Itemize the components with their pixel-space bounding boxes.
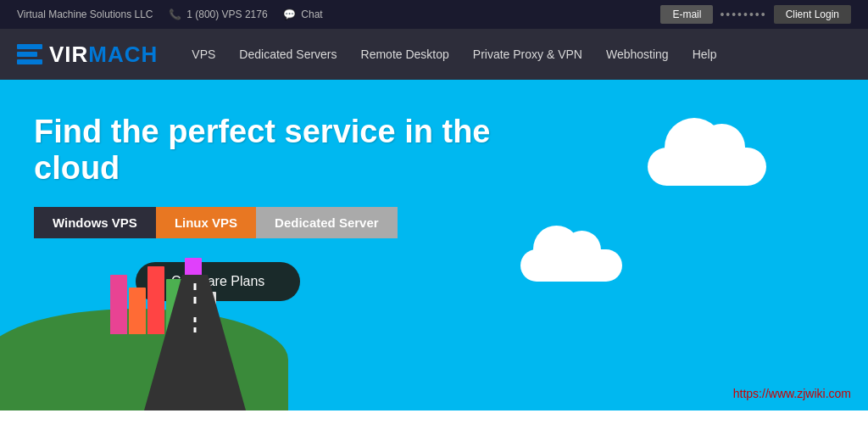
phone-number: 1 (800) VPS 2176: [169, 8, 268, 20]
nav-link-help[interactable]: Help: [693, 47, 717, 61]
top-bar-left: Virtual Machine Solutions LLC 1 (800) VP…: [17, 8, 323, 20]
logo-bar-1: [17, 44, 42, 49]
chat-link[interactable]: Chat: [283, 8, 323, 20]
client-login-button[interactable]: Client Login: [774, 5, 851, 24]
nav-link-proxy[interactable]: Private Proxy & VPN: [473, 47, 582, 61]
hero-title: Find the perfect service in the cloud: [34, 114, 559, 187]
nav-item-proxy[interactable]: Private Proxy & VPN: [473, 47, 582, 62]
phone-icon: [169, 8, 181, 20]
nav-item-help[interactable]: Help: [693, 47, 717, 62]
cloud-1: [648, 148, 766, 186]
hero-section: Find the perfect service in the cloud Wi…: [0, 80, 868, 410]
nav-link-remote[interactable]: Remote Desktop: [361, 47, 449, 61]
nav-link-vps[interactable]: VPS: [192, 47, 215, 61]
dots-separator: ••••••••: [720, 8, 766, 21]
building-1: [110, 275, 127, 334]
company-name: Virtual Machine Solutions LLC: [17, 8, 153, 20]
logo-bar-2: [17, 52, 37, 57]
windows-vps-tab[interactable]: Windows VPS: [34, 207, 156, 238]
top-bar: Virtual Machine Solutions LLC 1 (800) VP…: [0, 0, 868, 29]
top-bar-right: E-mail •••••••• Client Login: [660, 5, 851, 24]
nav-link-dedicated[interactable]: Dedicated Servers: [239, 47, 337, 61]
dedicated-server-tab[interactable]: Dedicated Server: [256, 207, 398, 238]
email-button[interactable]: E-mail: [660, 5, 713, 24]
nav-link-webhosting[interactable]: Webhosting: [606, 47, 669, 61]
logo-bar-3: [17, 59, 42, 64]
nav-item-dedicated[interactable]: Dedicated Servers: [239, 47, 337, 62]
nav-links: VPS Dedicated Servers Remote Desktop Pri…: [192, 47, 716, 62]
nav-item-vps[interactable]: VPS: [192, 47, 215, 62]
tab-buttons: Windows VPS Linux VPS Dedicated Server: [34, 207, 834, 238]
road-svg: [144, 275, 246, 410]
nav-item-webhosting[interactable]: Webhosting: [606, 47, 669, 62]
chat-icon: [283, 8, 296, 20]
nav-item-remote[interactable]: Remote Desktop: [361, 47, 449, 62]
watermark: https://www.zjwiki.com: [733, 387, 851, 400]
navbar: VIRMACH VPS Dedicated Servers Remote Des…: [0, 29, 868, 80]
linux-vps-tab[interactable]: Linux VPS: [156, 207, 256, 238]
logo-icon: [17, 44, 42, 64]
cloud-2: [520, 249, 622, 282]
logo[interactable]: VIRMACH: [17, 42, 158, 68]
logo-accent: MACH: [88, 42, 158, 67]
building-2: [129, 288, 146, 334]
logo-text: VIRMACH: [49, 42, 158, 68]
